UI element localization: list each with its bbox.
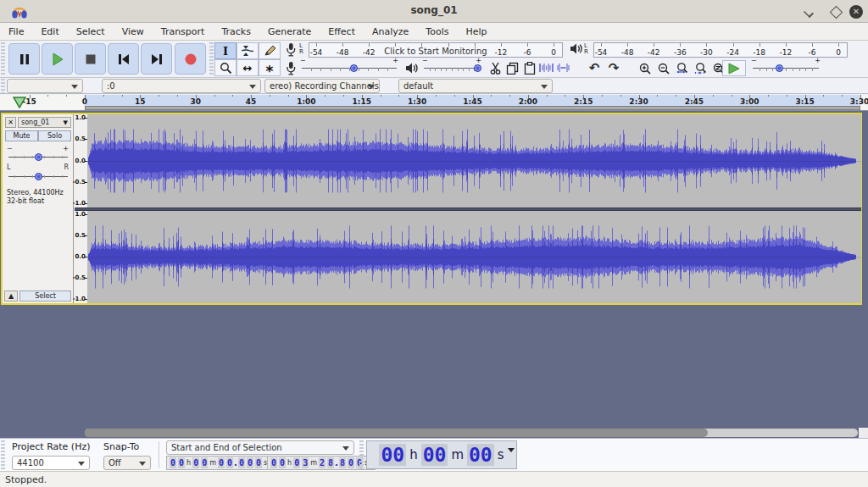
skip-to-start-icon	[117, 53, 131, 66]
pan-slider[interactable]	[8, 172, 68, 180]
transport-grip[interactable]	[1, 42, 5, 76]
gain-min-label: −	[7, 145, 13, 152]
redo-button[interactable]: ↷	[604, 60, 623, 75]
play-button[interactable]	[42, 43, 73, 75]
track-canvas[interactable]: ✕ song_01▼ Mute Solo − + L R	[0, 111, 868, 428]
meter-channel-labels: LR	[299, 43, 303, 55]
menu-analyze[interactable]: Analyze	[364, 24, 417, 40]
zoom-out-button[interactable]	[654, 60, 672, 75]
solo-button[interactable]: Solo	[38, 130, 71, 141]
draw-tool-button[interactable]	[259, 42, 281, 59]
waveform-left-channel[interactable]	[87, 114, 861, 208]
menu-select[interactable]: Select	[68, 24, 114, 40]
gain-slider-thumb[interactable]	[35, 153, 42, 161]
track-select-button[interactable]: Select	[19, 291, 71, 302]
menu-generate[interactable]: Generate	[259, 24, 320, 40]
snap-to-dropdown[interactable]: Off	[103, 456, 151, 470]
paste-button[interactable]	[521, 60, 537, 75]
menu-view[interactable]: View	[114, 24, 153, 40]
collapse-track-button[interactable]: ▲	[4, 291, 18, 302]
recording-volume-slider[interactable]: −+	[302, 63, 397, 73]
playback-device-dropdown[interactable]: default	[398, 79, 553, 93]
playback-volume-slider[interactable]: −+	[424, 63, 480, 73]
stop-button[interactable]	[75, 43, 106, 75]
audio-host-dropdown[interactable]	[7, 79, 83, 93]
gain-slider[interactable]	[8, 152, 68, 161]
menu-bar: FileEditSelectViewTransportTracksGenerat…	[0, 24, 868, 41]
tools-grip[interactable]	[209, 42, 214, 76]
selection-start-field[interactable]: 00h00m00.000s	[166, 456, 275, 470]
pan-right-label: R	[64, 163, 69, 171]
recording-channels-dropdown[interactable]: ereo) Recording Channels	[264, 79, 380, 93]
track-close-button[interactable]: ✕	[5, 117, 16, 128]
trim-audio-button[interactable]	[538, 60, 554, 75]
record-button[interactable]	[175, 43, 206, 75]
title-bar: song_01 ✕	[0, 0, 868, 23]
ruler-label: 2:30	[629, 97, 648, 106]
ruler-label: 2:00	[519, 97, 537, 106]
selbar-grip[interactable]	[1, 440, 5, 469]
mute-button[interactable]: Mute	[5, 130, 38, 141]
waveform-right-channel[interactable]	[87, 211, 861, 303]
selection-mode-dropdown[interactable]: Start and End of Selection	[166, 440, 354, 455]
skip-to-end-button[interactable]	[141, 43, 172, 75]
menu-transport[interactable]: Transport	[153, 24, 214, 40]
quick-play-bar[interactable]	[85, 106, 860, 110]
zoom-tool-button[interactable]	[214, 59, 236, 76]
envelope-tool-button[interactable]	[236, 42, 259, 59]
silence-audio-button[interactable]	[555, 60, 571, 75]
menu-tracks[interactable]: Tracks	[213, 24, 259, 40]
copy-button[interactable]	[504, 60, 520, 75]
track-control-panel: ✕ song_01▼ Mute Solo − + L R	[3, 114, 74, 303]
zoom-fit-button[interactable]	[692, 60, 709, 75]
track-song01[interactable]: ✕ song_01▼ Mute Solo − + L R	[1, 113, 862, 305]
pause-button[interactable]	[8, 43, 40, 75]
ruler-label: 2:15	[574, 97, 593, 106]
recmeter[interactable]: -54-48-42-36-30-24-18-12-60Click to Star…	[309, 42, 563, 58]
vertical-scale-left[interactable]: 1.00.50.0-0.5-1.0	[75, 114, 87, 208]
counter-grip[interactable]	[359, 440, 364, 469]
channel-separator[interactable]	[75, 208, 861, 211]
zoom-selection-button[interactable]	[673, 60, 691, 75]
recording-device-dropdown[interactable]: :0	[102, 79, 261, 93]
audio-position-counter[interactable]: 00h00m00s	[366, 440, 517, 469]
selection-tool-button[interactable]: I	[214, 42, 236, 59]
menu-help[interactable]: Help	[457, 24, 495, 40]
device-grip[interactable]	[1, 79, 5, 93]
vertical-scale-right[interactable]: 1.00.50.0-0.5-1.0	[75, 211, 87, 303]
play-speed-slider-thumb[interactable]	[776, 64, 783, 72]
track-title-button[interactable]: song_01▼	[18, 117, 71, 128]
ruler-label: 2:45	[685, 97, 704, 106]
menu-edit[interactable]: Edit	[32, 24, 67, 40]
project-rate-label: Project Rate (Hz)	[12, 441, 90, 452]
scrollbar-corner	[859, 428, 868, 438]
play-at-speed-button[interactable]	[722, 60, 746, 76]
menu-file[interactable]: File	[0, 24, 32, 40]
close-button[interactable]: ✕	[849, 5, 863, 19]
scrollbar-thumb[interactable]	[85, 429, 708, 437]
cut-button[interactable]	[487, 60, 504, 75]
timeline-ruler[interactable]: -1501530451:001:151:301:452:002:152:302:…	[0, 95, 868, 111]
skip-to-start-button[interactable]	[108, 43, 139, 75]
toolbar-area: I↔* ↶↷ LR-54-48-42-36-30-24-18-12-60Clic…	[0, 41, 868, 78]
horizontal-scrollbar[interactable]	[0, 428, 868, 438]
playmeter[interactable]: -54-48-42-36-30-24-18-12-60	[593, 42, 848, 58]
play-speed-slider[interactable]: −+	[753, 63, 819, 73]
time-shift-tool-button[interactable]: ↔	[236, 59, 259, 76]
scrollbar-track[interactable]	[85, 429, 858, 437]
menu-effect[interactable]: Effect	[320, 24, 364, 40]
pan-slider-thumb[interactable]	[35, 173, 42, 180]
recording-volume-slider-thumb[interactable]	[350, 64, 358, 72]
meter-monitoring-text[interactable]: Click to Start Monitoring	[381, 47, 489, 56]
multi-tool-button[interactable]: *	[259, 59, 281, 76]
status-text: Stopped.	[5, 474, 47, 485]
minimize-button[interactable]	[802, 5, 815, 19]
undo-button[interactable]: ↶	[585, 60, 604, 75]
zoom-in-button[interactable]	[636, 60, 654, 75]
gain-max-label: +	[63, 145, 69, 152]
maximize-button[interactable]	[829, 5, 843, 19]
playback-volume-slider-thumb[interactable]	[474, 64, 481, 72]
project-rate-dropdown[interactable]: 44100	[12, 456, 90, 470]
menu-tools[interactable]: Tools	[417, 24, 457, 40]
speaker-icon	[570, 42, 584, 55]
